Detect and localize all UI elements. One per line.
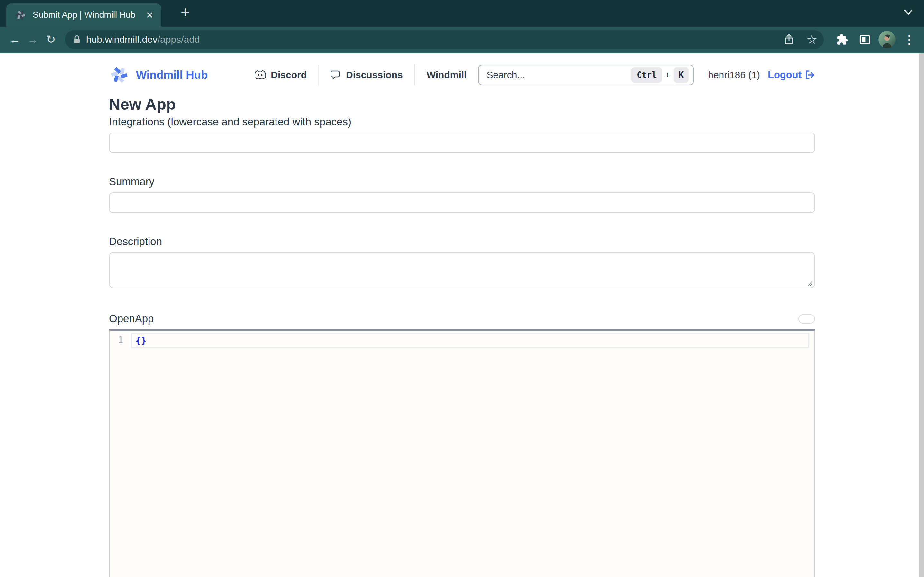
search-input[interactable] <box>487 69 632 81</box>
user-block: henri186 (1) Logout <box>708 69 815 81</box>
browser-menu-icon[interactable]: ⋮ <box>900 31 918 48</box>
url-text: hub.windmill.dev/apps/add <box>86 34 200 45</box>
nav-item-windmill[interactable]: Windmill <box>415 69 478 81</box>
site-header: Windmill Hub Discord Discussions <box>109 64 815 86</box>
kbd-plus: + <box>665 70 670 80</box>
windmill-logo <box>109 64 130 85</box>
back-button[interactable]: ← <box>6 31 24 48</box>
integrations-label: Integrations (lowercase and separated wi… <box>109 116 815 128</box>
editor-active-line: {} <box>131 333 809 348</box>
page-scrollbar[interactable] <box>919 53 924 577</box>
bookmark-star-icon[interactable]: ☆ <box>806 32 817 47</box>
extensions-puzzle-icon[interactable] <box>833 31 851 48</box>
resize-handle-icon[interactable] <box>807 280 812 286</box>
side-panel-icon[interactable] <box>856 31 874 48</box>
browser-tab-strip: Submit App | Windmill Hub × + <box>0 0 924 27</box>
forward-button: → <box>24 31 42 48</box>
tab-title: Submit App | Windmill Hub <box>33 10 138 20</box>
nav-label: Discussions <box>346 69 403 81</box>
openapp-header-row: OpenApp <box>109 313 815 325</box>
description-label: Description <box>109 235 815 248</box>
description-field: Description <box>109 235 815 290</box>
summary-field: Summary <box>109 176 815 213</box>
page-body: Windmill Hub Discord Discussions <box>0 53 924 577</box>
chevron-down-icon[interactable] <box>903 9 913 16</box>
summary-label: Summary <box>109 176 815 188</box>
discord-icon <box>255 71 265 79</box>
discussions-icon <box>331 70 341 80</box>
address-bar[interactable]: hub.windmill.dev/apps/add ☆ <box>65 30 824 49</box>
lock-icon <box>73 35 81 44</box>
nav-label: Discord <box>271 69 307 81</box>
main-nav: Discord Discussions Windmill <box>243 64 478 85</box>
url-domain: hub.windmill.dev <box>86 34 157 45</box>
search-box[interactable]: Ctrl + K <box>478 64 694 85</box>
openapp-code-editor[interactable]: 1 {} <box>109 329 815 577</box>
integrations-input[interactable] <box>109 132 815 153</box>
nav-label: Windmill <box>427 69 467 81</box>
openapp-label: OpenApp <box>109 313 154 325</box>
integrations-field: Integrations (lowercase and separated wi… <box>109 116 815 153</box>
editor-line-number: 1 <box>118 335 123 345</box>
windmill-favicon <box>15 9 26 21</box>
logout-label: Logout <box>768 69 802 81</box>
browser-tab[interactable]: Submit App | Windmill Hub × <box>6 3 161 27</box>
kbd-k: K <box>673 67 689 83</box>
content-container: Windmill Hub Discord Discussions <box>109 53 815 577</box>
nav-item-discussions[interactable]: Discussions <box>319 69 415 81</box>
brand-link[interactable]: Windmill Hub <box>109 64 208 85</box>
page-title: New App <box>109 95 815 113</box>
nav-item-discord[interactable]: Discord <box>243 69 318 81</box>
browser-toolbar: ← → ↻ hub.windmill.dev/apps/add ☆ <box>0 27 924 53</box>
logout-icon <box>805 70 815 80</box>
kbd-ctrl: Ctrl <box>632 67 662 83</box>
url-path: /apps/add <box>157 34 200 45</box>
openapp-toggle[interactable] <box>798 314 815 324</box>
editor-code-text[interactable]: {} <box>132 334 808 347</box>
tab-close-icon[interactable]: × <box>145 9 155 21</box>
summary-input[interactable] <box>109 192 815 213</box>
description-textarea[interactable] <box>109 252 815 288</box>
share-icon[interactable] <box>783 34 795 46</box>
username-text: henri186 (1) <box>708 69 760 81</box>
profile-avatar[interactable] <box>878 31 896 48</box>
logout-link[interactable]: Logout <box>768 69 815 81</box>
brand-title: Windmill Hub <box>136 69 208 81</box>
new-tab-button[interactable]: + <box>176 4 194 22</box>
reload-button[interactable]: ↻ <box>42 31 60 48</box>
